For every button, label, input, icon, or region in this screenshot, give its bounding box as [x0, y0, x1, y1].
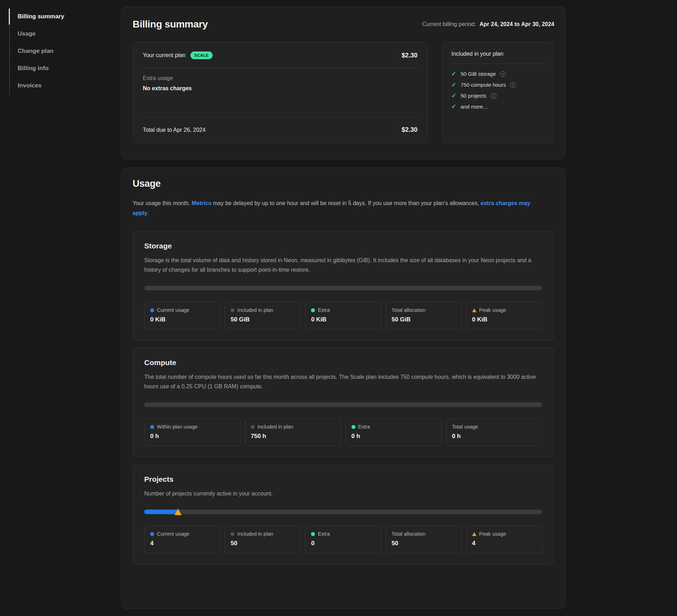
- included-item: ✓ 50 projects i: [451, 93, 545, 99]
- stat-label: Extra: [318, 531, 330, 537]
- stat-value: 4: [150, 540, 214, 547]
- stat-value: 0 h: [352, 433, 436, 440]
- stat-value: 0 h: [452, 433, 536, 440]
- stat-box: Within plan usage 0 h: [144, 418, 240, 446]
- metrics-link[interactable]: Metrics: [192, 200, 212, 206]
- stat-label: Current usage: [157, 531, 189, 537]
- stat-box: Total allocation 50 GiB: [386, 302, 462, 329]
- usage-intro: Your usage this month. Metrics may be de…: [133, 198, 543, 218]
- sidebar-nav-list: Billing summary Usage Change plan Billin…: [18, 8, 121, 94]
- stat-label: Within plan usage: [157, 424, 197, 430]
- stat-value: 50 GiB: [392, 316, 456, 323]
- check-icon: ✓: [451, 71, 456, 77]
- included-in-plan-card: Included in your plan ✓ 50 GiB storage i…: [442, 42, 554, 143]
- stat-label: Total usage: [452, 424, 478, 430]
- stat-label-row: Included in plan: [231, 531, 295, 537]
- billing-period-value: Apr 24, 2024 to Apr 30, 2024: [480, 21, 554, 27]
- stat-box: Extra 0 h: [346, 418, 442, 446]
- stat-value: 0 KiB: [311, 316, 375, 323]
- stat-box: Peak usage 0 KiB: [466, 302, 542, 329]
- plan-row: Your current plan SCALE $2.30: [143, 51, 417, 68]
- stat-value: 0 KiB: [472, 316, 536, 323]
- section-description: The total number of compute hours used s…: [144, 372, 542, 391]
- section-description: Number of projects currently active in y…: [144, 489, 542, 498]
- stat-label-row: Total allocation: [392, 307, 456, 313]
- stat-label-row: Peak usage: [472, 307, 536, 313]
- stat-label: Peak usage: [479, 307, 506, 313]
- green-dot-icon: [352, 425, 355, 429]
- stat-label-row: Current usage: [150, 531, 214, 537]
- current-plan-card: Your current plan SCALE $2.30 Extra usag…: [133, 42, 428, 143]
- stat-label-row: Extra: [311, 307, 375, 313]
- stat-box: Current usage 4: [144, 525, 220, 553]
- stats-row: Current usage 4 Included in plan 50 Extr…: [144, 525, 542, 553]
- stat-label: Extra: [318, 307, 330, 313]
- section-title: Projects: [144, 475, 542, 483]
- blue-dot-icon: [150, 425, 154, 429]
- stat-box: Total usage 0 h: [446, 418, 542, 446]
- stat-label-row: Extra: [352, 424, 436, 430]
- sidebar-nav: Billing summary Usage Change plan Billin…: [9, 8, 121, 94]
- info-icon[interactable]: i: [500, 71, 506, 77]
- extra-usage-row: Extra usage No extras charges: [143, 68, 417, 117]
- stat-label-row: Total allocation: [392, 531, 456, 537]
- stat-box: Total allocation 50: [386, 525, 462, 553]
- stat-value: 50 GiB: [231, 316, 295, 323]
- billing-header: Billing summary Current billing period: …: [133, 19, 554, 30]
- peak-triangle-icon: [472, 532, 476, 536]
- info-icon[interactable]: i: [491, 93, 496, 99]
- current-plan-label: Your current plan: [143, 52, 185, 58]
- stat-value: 4: [472, 540, 536, 547]
- usage-section-compute: Compute The total number of compute hour…: [133, 347, 554, 457]
- sidebar-item-billing-info[interactable]: Billing info: [18, 60, 121, 77]
- gray-dot-icon: [251, 425, 255, 429]
- included-item: ✓ 50 GiB storage i: [451, 71, 545, 77]
- stat-label-row: Total usage: [452, 424, 536, 430]
- divider: [451, 63, 545, 64]
- stat-label: Total allocation: [392, 307, 426, 313]
- peak-marker-icon: [175, 509, 182, 515]
- current-plan-label-group: Your current plan SCALE: [143, 51, 213, 59]
- billing-period: Current billing period: Apr 24, 2024 to …: [422, 21, 555, 27]
- sidebar-item-usage[interactable]: Usage: [18, 25, 121, 42]
- stat-box: Included in plan 750 h: [245, 418, 341, 446]
- total-due-row: Total due to Apr 26, 2024 $2.30: [143, 118, 417, 134]
- stat-label-row: Included in plan: [231, 307, 295, 313]
- stat-label: Current usage: [157, 307, 189, 313]
- total-due-amount: $2.30: [402, 126, 417, 134]
- stat-box: Included in plan 50: [225, 525, 301, 553]
- sidebar-item-billing-summary[interactable]: Billing summary: [18, 8, 121, 25]
- usage-panel: Usage Your usage this month. Metrics may…: [121, 167, 566, 609]
- included-item: ✓ 750 compute hours i: [451, 82, 545, 88]
- section-title: Compute: [144, 358, 542, 367]
- usage-progress-bar: [144, 286, 542, 290]
- plan-cards-row: Your current plan SCALE $2.30 Extra usag…: [133, 42, 554, 143]
- page: Billing summary Usage Change plan Billin…: [0, 0, 677, 609]
- billing-period-label: Current billing period:: [422, 21, 476, 27]
- stat-value: 50: [392, 540, 456, 547]
- usage-progress-fill: [144, 510, 178, 514]
- usage-sections: Storage Storage is the total volume of d…: [133, 231, 554, 564]
- gray-dot-icon: [231, 308, 234, 312]
- check-icon: ✓: [451, 82, 456, 88]
- billing-summary-panel: Billing summary Current billing period: …: [121, 6, 566, 160]
- stat-box: Peak usage 4: [466, 525, 542, 553]
- info-icon[interactable]: i: [510, 82, 516, 88]
- stat-label: Included in plan: [237, 307, 273, 313]
- total-due-label: Total due to Apr 26, 2024: [143, 127, 206, 133]
- main-content: Billing summary Current billing period: …: [121, 0, 566, 609]
- sidebar-item-change-plan[interactable]: Change plan: [18, 42, 121, 60]
- stat-label: Included in plan: [237, 531, 273, 537]
- stat-box: Extra 0: [305, 525, 381, 553]
- extra-usage-label: Extra usage: [143, 75, 417, 81]
- stat-value: 0 KiB: [150, 316, 214, 323]
- green-dot-icon: [311, 532, 315, 536]
- usage-intro-mid: may be delayed by up to one hour and wil…: [212, 200, 481, 206]
- sidebar-item-invoices[interactable]: Invoices: [18, 77, 121, 94]
- stat-value: 0 h: [150, 433, 234, 440]
- plan-amount: $2.30: [402, 52, 417, 59]
- blue-dot-icon: [150, 308, 154, 312]
- section-title: Storage: [144, 242, 542, 250]
- usage-progress-bar: [144, 402, 542, 407]
- usage-intro-pre: Your usage this month.: [133, 200, 192, 206]
